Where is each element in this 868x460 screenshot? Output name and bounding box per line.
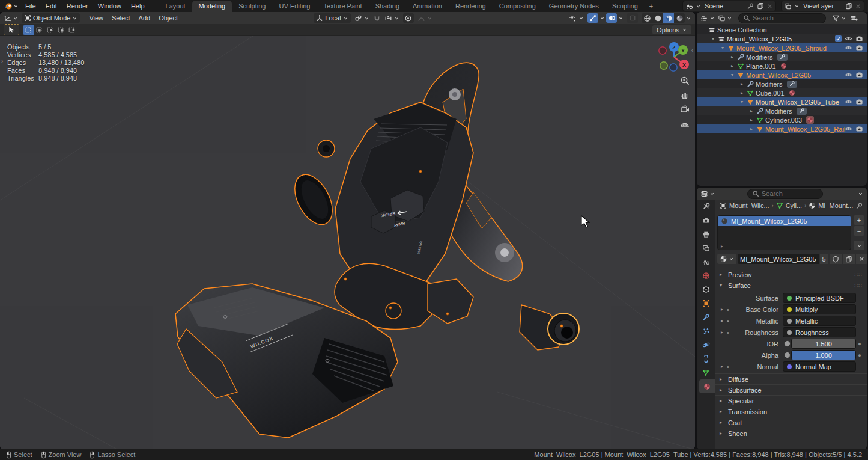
chevron-down-icon[interactable]	[696, 4, 701, 9]
users-count-button[interactable]: 5	[820, 254, 828, 264]
options-button[interactable]: Options	[652, 25, 691, 34]
active-tool-select-box[interactable]	[4, 24, 19, 35]
viewport-menu-select[interactable]: Select	[108, 13, 135, 23]
material-badge-icon[interactable]	[789, 90, 795, 96]
properties-search[interactable]	[747, 189, 823, 199]
blender-logo-icon[interactable]	[4, 2, 13, 11]
chevron-down-icon[interactable]	[599, 16, 605, 21]
properties-tab-constraints[interactable]	[697, 352, 715, 366]
properties-tab-physics[interactable]	[697, 338, 715, 352]
expand-toggle[interactable]: ▾	[739, 99, 745, 105]
material-name-field[interactable]: MI_Mount_Wilcox_L2G05	[738, 254, 819, 264]
chevron-down-icon[interactable]	[794, 4, 800, 9]
select-mode-subtract[interactable]	[44, 25, 55, 35]
animate-dot-icon[interactable]: •	[727, 317, 729, 325]
snap-magnet-icon[interactable]	[373, 14, 381, 22]
properties-tab-modifiers[interactable]	[697, 310, 715, 324]
chevron-down-icon[interactable]	[686, 16, 691, 21]
panel-surface[interactable]: ▾Surface ∷∷	[715, 280, 867, 290]
expand-toggle[interactable]: ▸	[729, 63, 735, 69]
chevron-down-icon[interactable]	[709, 191, 715, 197]
slot-specials-button[interactable]	[854, 241, 864, 250]
shading-solid-button[interactable]	[652, 13, 663, 23]
expand-toggle[interactable]: ▸	[748, 126, 754, 132]
panel-drag-grip[interactable]: ∷∷	[855, 272, 863, 278]
properties-search-input[interactable]	[762, 190, 818, 197]
filter-funnel-icon[interactable]	[832, 14, 840, 22]
perspective-grid-icon[interactable]	[680, 119, 690, 129]
pivot-point-dropdown[interactable]	[352, 13, 372, 23]
checkbox-icon[interactable]	[835, 35, 842, 42]
expand-toggle[interactable]: ▸	[748, 108, 754, 114]
outliner-row[interactable]: ▸Mount_Wilcox_L2G05_Rail	[697, 124, 867, 133]
remove-slot-button[interactable]: −	[854, 226, 864, 236]
topbar-menu-edit[interactable]: Edit	[41, 1, 62, 11]
model-tube[interactable]	[520, 305, 579, 350]
decorator-dot-icon[interactable]: ●	[856, 341, 863, 347]
socket-field[interactable]: Principled BSDF	[783, 293, 856, 303]
properties-tab-tool[interactable]	[697, 200, 715, 213]
zoom-icon[interactable]	[680, 76, 690, 85]
modifier-badge-icon[interactable]	[777, 54, 788, 61]
outliner-row[interactable]: ▸Modifiers	[697, 106, 867, 115]
new-datablock-icon[interactable]	[845, 2, 852, 10]
new-material-button[interactable]	[843, 254, 855, 264]
camera-icon[interactable]	[855, 44, 863, 52]
breadcrumb-item[interactable]: MI_Mount...	[818, 202, 853, 209]
expand-icon[interactable]: ▸	[721, 318, 723, 324]
editor-type-3dview-icon[interactable]	[4, 14, 11, 22]
mode-dropdown[interactable]: Object Mode	[22, 13, 80, 23]
outliner-row[interactable]: ▸Plane.001	[697, 61, 867, 70]
material-slots-list[interactable]: MI_Mount_Wilcox_L2G05 ▸ ∷∷	[717, 215, 851, 250]
chevron-down-icon[interactable]	[13, 4, 19, 9]
unlink-material-button[interactable]	[856, 254, 867, 264]
expand-toggle[interactable]: ▸	[748, 117, 754, 123]
socket-field[interactable]: Metallic	[783, 316, 856, 326]
gizmo-axis-neg-z[interactable]	[670, 64, 677, 71]
workspace-tab-shading[interactable]: Shading	[369, 1, 406, 12]
browse-material-button[interactable]	[717, 254, 736, 264]
gizmo-axis-neg-y[interactable]	[660, 62, 667, 69]
viewport-menu-view[interactable]: View	[85, 13, 108, 23]
camera-view-icon[interactable]	[680, 105, 690, 114]
viewport-menu-add[interactable]: Add	[135, 13, 155, 23]
unlink-icon[interactable]	[766, 3, 773, 10]
panel-specular[interactable]: ▸Specular	[715, 395, 867, 406]
panel-subsurface[interactable]: ▸Subsurface	[715, 384, 867, 395]
snap-settings-dropdown[interactable]	[382, 13, 402, 23]
properties-tab-object[interactable]	[697, 296, 715, 310]
topbar-menu-help[interactable]: Help	[126, 1, 150, 11]
outliner-row[interactable]: ▾Mount_Wilcox_L2G05	[697, 70, 867, 79]
decorator-dot-icon[interactable]: ●	[856, 352, 863, 358]
socket-field[interactable]: Multiply	[783, 304, 856, 314]
chevron-down-icon[interactable]	[709, 16, 715, 21]
proportional-editing-icon[interactable]	[403, 13, 414, 23]
chevron-down-icon[interactable]	[618, 16, 624, 21]
eye-icon[interactable]	[845, 125, 852, 133]
expand-toggle[interactable]: ▸	[739, 81, 745, 87]
display-mode-icon[interactable]	[718, 14, 726, 22]
expand-toggle[interactable]: ▾	[729, 72, 735, 78]
expand-icon[interactable]: ▸	[721, 364, 723, 369]
workspace-tab-rendering[interactable]: Rendering	[449, 1, 493, 12]
new-datablock-icon[interactable]	[757, 2, 764, 10]
unlink-icon[interactable]	[855, 3, 861, 10]
expand-icon[interactable]: ▸	[721, 307, 723, 312]
show-gizmo-toggle[interactable]	[587, 13, 598, 23]
properties-tab-particles[interactable]	[697, 324, 715, 338]
workspace-tab-geometry-nodes[interactable]: Geometry Nodes	[542, 1, 605, 12]
camera-icon[interactable]	[855, 35, 863, 43]
navigation-gizmo[interactable]: Z Y X	[654, 37, 694, 75]
expand-toggle[interactable]: ▾	[710, 36, 716, 41]
breadcrumb-item[interactable]: Mount_Wilc...	[729, 202, 769, 209]
expand-toggle[interactable]: ▸	[729, 54, 735, 60]
properties-tab-data[interactable]	[697, 366, 715, 379]
panel-preview[interactable]: ▸Preview ∷∷	[715, 269, 867, 280]
pin-icon[interactable]	[855, 202, 863, 210]
panel-diffuse[interactable]: ▸Diffuse	[715, 373, 867, 384]
camera-icon[interactable]	[855, 71, 863, 79]
select-mode-invert[interactable]	[55, 25, 66, 35]
socket-field[interactable]: Normal Map	[783, 361, 856, 372]
outliner-row[interactable]: ▸Modifiers	[697, 52, 867, 61]
viewport-canvas[interactable]: BREAK AWAY P/N 2860	[0, 36, 695, 449]
